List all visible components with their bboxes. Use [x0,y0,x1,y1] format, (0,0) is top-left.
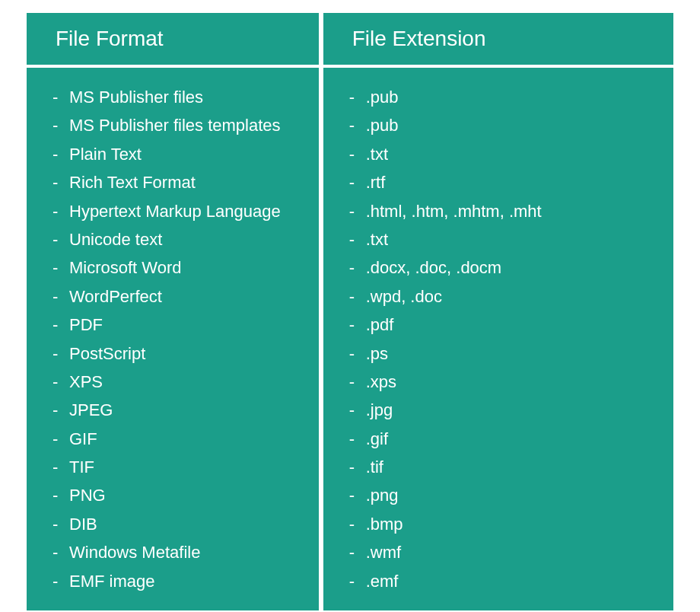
file-format-value: Unicode text [69,225,162,253]
file-format-value: PDF [69,311,103,339]
dash-icon: - [52,253,69,282]
list-item: -.emf [349,567,666,595]
file-extension-value: .png [366,481,399,509]
list-item: -PNG [52,481,311,509]
dash-icon: - [349,197,366,225]
table-body-row: -MS Publisher files-MS Publisher files t… [24,68,676,612]
file-extension-value: .ps [366,339,388,368]
dash-icon: - [349,140,366,168]
list-item: -.bmp [349,510,666,538]
file-format-cell: -MS Publisher files-MS Publisher files t… [24,68,321,612]
list-item: -.wpd, .doc [349,282,666,311]
list-item: -Windows Metafile [52,538,311,566]
list-item: -.html, .htm, .mhtm, .mht [349,197,666,225]
file-extension-value: .pub [366,111,399,139]
dash-icon: - [349,567,366,595]
list-item: -XPS [52,368,311,396]
dash-icon: - [349,339,366,368]
dash-icon: - [52,282,69,311]
header-label: File Extension [352,27,486,50]
file-extension-list: -.pub-.pub-.txt-.rtf-.html, .htm, .mhtm,… [349,83,666,595]
dash-icon: - [349,510,366,538]
dash-icon: - [349,425,366,453]
dash-icon: - [52,481,69,509]
dash-icon: - [52,368,69,396]
dash-icon: - [349,368,366,396]
dash-icon: - [349,538,366,566]
dash-icon: - [349,253,366,282]
dash-icon: - [52,140,69,168]
list-item: -TIF [52,453,311,481]
list-item: -.txt [349,225,666,253]
list-item: -MS Publisher files [52,83,311,111]
file-extension-value: .pdf [366,311,394,339]
dash-icon: - [52,197,69,225]
file-extension-value: .gif [366,425,388,453]
file-extension-value: .tif [366,453,383,481]
file-extension-value: .bmp [366,510,403,538]
header-file-extension: File Extension [321,11,676,68]
list-item: -.docx, .doc, .docm [349,253,666,282]
dash-icon: - [52,425,69,453]
file-extension-value: .html, .htm, .mhtm, .mht [366,197,542,225]
dash-icon: - [52,311,69,339]
dash-icon: - [52,453,69,481]
list-item: -MS Publisher files templates [52,111,311,139]
file-extension-value: .emf [366,567,399,595]
dash-icon: - [52,538,69,566]
list-item: -Rich Text Format [52,168,311,196]
header-label: File Format [56,27,164,50]
file-extension-value: .txt [366,140,388,168]
file-extension-value: .rtf [366,168,386,196]
list-item: -Unicode text [52,225,311,253]
file-format-table: File Format File Extension -MS Publisher… [24,11,676,612]
file-extension-value: .wmf [366,538,401,566]
list-item: -.pub [349,111,666,139]
dash-icon: - [349,168,366,196]
file-format-value: XPS [69,368,103,396]
file-format-value: TIF [69,453,94,481]
file-extension-value: .wpd, .doc [366,282,442,311]
file-format-value: Windows Metafile [69,538,200,566]
file-format-value: MS Publisher files templates [69,111,281,139]
list-item: -Plain Text [52,140,311,168]
file-format-value: PNG [69,481,106,509]
list-item: -GIF [52,425,311,453]
list-item: -PostScript [52,339,311,368]
dash-icon: - [349,282,366,311]
file-format-value: Plain Text [69,140,142,168]
file-extension-value: .txt [366,225,388,253]
file-format-value: Hypertext Markup Language [69,197,281,225]
list-item: -.png [349,481,666,509]
list-item: -Microsoft Word [52,253,311,282]
file-extension-value: .pub [366,83,399,111]
file-format-value: EMF image [69,567,154,595]
dash-icon: - [52,339,69,368]
file-format-value: PostScript [69,339,145,368]
dash-icon: - [349,396,366,424]
file-format-value: Rich Text Format [69,168,196,196]
file-extension-value: .docx, .doc, .docm [366,253,502,282]
list-item: -PDF [52,311,311,339]
list-item: -.tif [349,453,666,481]
list-item: -JPEG [52,396,311,424]
dash-icon: - [52,111,69,139]
dash-icon: - [52,225,69,253]
file-format-value: GIF [69,425,97,453]
file-format-value: JPEG [69,396,113,424]
table-header-row: File Format File Extension [24,11,676,68]
list-item: -EMF image [52,567,311,595]
dash-icon: - [349,481,366,509]
list-item: -.jpg [349,396,666,424]
dash-icon: - [349,225,366,253]
dash-icon: - [52,168,69,196]
dash-icon: - [52,510,69,538]
dash-icon: - [349,83,366,111]
dash-icon: - [349,111,366,139]
dash-icon: - [349,453,366,481]
file-format-value: Microsoft Word [69,253,182,282]
list-item: -.rtf [349,168,666,196]
list-item: -.xps [349,368,666,396]
header-file-format: File Format [24,11,321,68]
list-item: -.pdf [349,311,666,339]
